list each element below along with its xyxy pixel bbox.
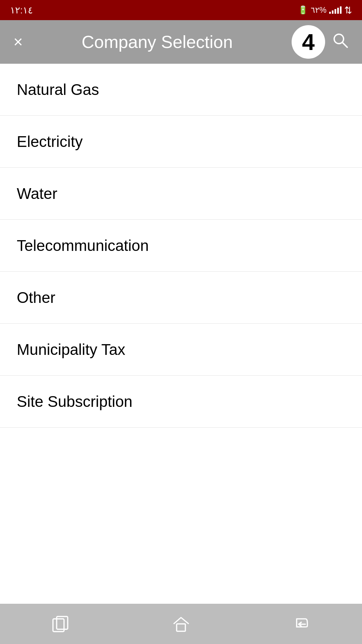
list-item[interactable]: Telecommunication [0, 220, 362, 272]
badge-count: 4 [292, 25, 325, 59]
status-time: ١٢:١٤ [10, 5, 33, 16]
list-empty-space [0, 428, 362, 629]
list-item-label: Water [17, 184, 57, 203]
list-item[interactable]: Natural Gas [0, 64, 362, 116]
company-list: Natural Gas Electricity Water Telecommun… [0, 64, 362, 629]
page-title: Company Selection [23, 32, 292, 52]
list-item[interactable]: Site Subscription [0, 376, 362, 428]
signal-icon [329, 6, 342, 14]
list-item[interactable]: Municipality Tax [0, 324, 362, 376]
status-bar: ١٢:١٤ 🔋 ٦٢% ⇅ [0, 0, 362, 20]
badge-number: 4 [302, 31, 315, 53]
recent-apps-button[interactable] [51, 615, 70, 633]
back-button[interactable] [293, 615, 311, 633]
list-item[interactable]: Water [0, 168, 362, 220]
battery-icon: 🔋 [298, 5, 308, 15]
list-item-label: Other [17, 288, 55, 307]
svg-line-1 [342, 42, 347, 47]
close-button[interactable]: × [13, 34, 23, 50]
svg-rect-4 [177, 624, 185, 631]
list-item[interactable]: Other [0, 272, 362, 324]
home-button[interactable] [172, 615, 190, 633]
list-item[interactable]: Electricity [0, 116, 362, 168]
list-item-label: Electricity [17, 132, 83, 151]
battery-percent: ٦٢% [311, 5, 326, 15]
bottom-navigation [0, 604, 362, 644]
data-transfer-icon: ⇅ [344, 5, 352, 16]
search-icon[interactable] [332, 32, 349, 52]
list-item-label: Natural Gas [17, 80, 99, 99]
list-item-label: Site Subscription [17, 392, 132, 411]
header: × Company Selection 4 [0, 20, 362, 64]
list-item-label: Municipality Tax [17, 340, 125, 359]
list-item-label: Telecommunication [17, 236, 149, 255]
